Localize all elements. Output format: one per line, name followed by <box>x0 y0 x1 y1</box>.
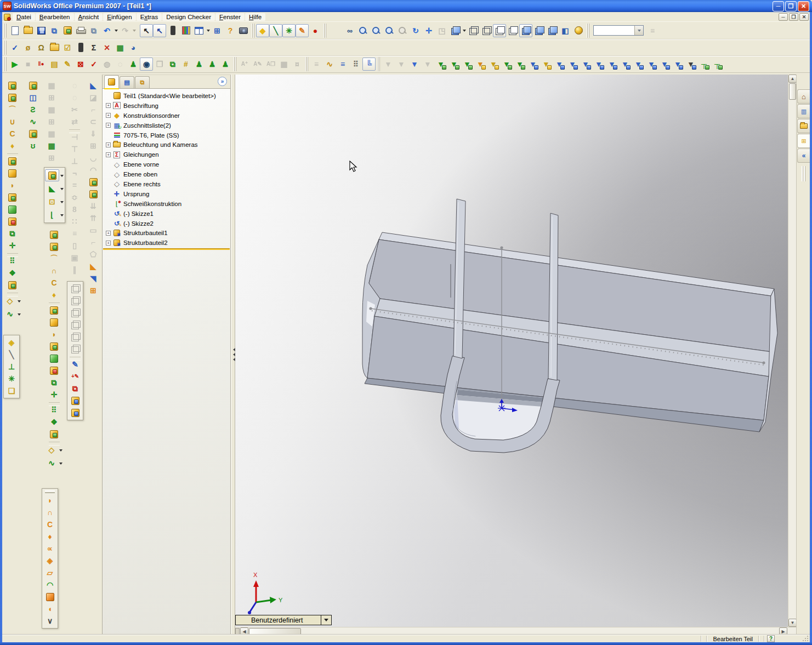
tab-propertymanager[interactable]: ▤ <box>120 76 134 88</box>
more-surfaces[interactable]: ∨ <box>43 615 57 627</box>
task-pane-grip[interactable] <box>802 166 805 181</box>
tab-file-explorer[interactable] <box>797 119 810 133</box>
copy-2[interactable]: ⧉ <box>48 376 61 389</box>
sm-tool-2[interactable]: ◪ <box>87 92 100 104</box>
text-style-a1[interactable]: A⁺ <box>238 58 251 71</box>
curves-dropdown[interactable] <box>16 307 21 321</box>
help[interactable]: ? <box>224 24 237 37</box>
clamp-tool[interactable]: # <box>179 58 192 71</box>
user-check-out[interactable]: ♟ <box>206 58 219 71</box>
make-assembly-from-part[interactable] <box>61 24 74 37</box>
filter-sketch-point[interactable]: ▼ <box>513 58 526 71</box>
tree-item-beschriftung[interactable]: +ABeschriftung <box>103 101 230 111</box>
tree-item-strukturbauteil2[interactable]: +▣Strukturbauteil2 <box>103 238 230 248</box>
revolve-2[interactable] <box>48 316 61 328</box>
extend-entities[interactable]: ⇄ <box>68 116 81 128</box>
tree-item--skizze1[interactable]: +↺✎(-) Skizze1 <box>103 209 230 219</box>
make-drawing-from-part[interactable]: ⧉ <box>48 24 61 37</box>
sm-grid[interactable]: ⊞ <box>87 284 100 296</box>
tree-item-beleuchtung-und-kameras[interactable]: +☼Beleuchtung und Kameras <box>103 140 230 150</box>
layer-color[interactable]: ∿ <box>323 58 336 71</box>
thicken[interactable]: ◖ <box>43 603 57 615</box>
sketch-loop[interactable]: ʊ <box>26 140 39 152</box>
view-orientation-combo[interactable]: Benutzerdefiniert <box>235 615 332 625</box>
user-check-in[interactable]: ♟ <box>192 58 206 71</box>
color-swatches[interactable] <box>179 24 192 37</box>
hinge-2[interactable]: ⌒ <box>48 253 61 265</box>
scroll-down-button[interactable]: ▼ <box>788 619 797 627</box>
chevron-down-icon[interactable] <box>321 615 331 625</box>
tab-configurationmanager[interactable]: ⧉ <box>135 76 150 88</box>
weld-bead[interactable]: ♦ <box>48 289 61 301</box>
relation-1[interactable]: ⊣ <box>68 131 81 143</box>
view-orientation-combo[interactable] <box>593 25 644 36</box>
circular-pattern[interactable]: ❖ <box>6 267 19 279</box>
filter-axis[interactable]: ▼ <box>474 58 487 71</box>
sheet-metal-bend[interactable]: ◣ <box>87 79 100 92</box>
graphics-viewport[interactable]: XYZ Benutzerdefiniert <box>235 75 788 627</box>
swept-surface[interactable]: C <box>43 518 57 530</box>
fill-surface[interactable]: ◠ <box>43 579 57 591</box>
equations[interactable]: Σ <box>87 41 100 54</box>
convert-entities[interactable] <box>68 395 82 407</box>
offset-surface[interactable]: ◈ <box>43 555 57 567</box>
filter-surface-finish[interactable]: ▼ <box>658 58 671 71</box>
sm-tool-5[interactable]: ⇓ <box>87 128 100 140</box>
filter-centerline[interactable]: ▼ <box>553 58 566 71</box>
edit-note[interactable]: ✎ <box>61 58 74 71</box>
relation-7[interactable]: 8 <box>68 203 81 215</box>
previous-view[interactable]: ◳ <box>435 24 448 37</box>
new-note[interactable]: ▤ <box>48 58 61 71</box>
filter-connection-2[interactable]: ┬ <box>711 58 724 71</box>
select[interactable]: ↖ <box>140 24 153 37</box>
mate-reference[interactable]: ❑ <box>4 385 19 397</box>
sketch-group[interactable]: ◣ <box>45 182 59 195</box>
menu-datei[interactable]: Datei <box>13 13 35 21</box>
move-feature[interactable]: ✛ <box>6 239 19 252</box>
mdi-restore-button[interactable]: ❐ <box>789 13 798 21</box>
tree-item--skizze2[interactable]: +↺✎(-) Skizze2 <box>103 219 230 229</box>
features-group-dropdown[interactable] <box>59 169 64 182</box>
zoom-to-selection[interactable]: ∞ <box>343 24 356 37</box>
mirror-2[interactable] <box>48 428 61 440</box>
extrude-2[interactable] <box>48 304 61 316</box>
filter-line[interactable]: ▼ <box>447 58 461 71</box>
plane-tool[interactable]: ◈ <box>4 336 19 349</box>
sm-tool-12[interactable]: ⇈ <box>87 212 100 224</box>
collapse-task-pane-button[interactable]: « <box>797 149 810 163</box>
filter-plane[interactable]: ▼ <box>487 58 500 71</box>
options-list[interactable]: ⊞ <box>211 24 224 37</box>
reference-geometry-2-dropdown[interactable] <box>58 443 63 456</box>
quick-tips-icon[interactable] <box>3 13 12 21</box>
tree-item-gleichungen[interactable]: +ΣGleichungen <box>103 150 230 159</box>
tab-featuremanager[interactable] <box>104 75 119 88</box>
check-entity[interactable]: ☑ <box>61 41 74 54</box>
sketch-group-dropdown[interactable] <box>59 182 64 195</box>
wireframe[interactable] <box>467 24 480 37</box>
undo-dropdown[interactable] <box>113 24 118 37</box>
relation-3[interactable]: ⊥ <box>68 155 81 167</box>
vertical-scrollbar[interactable]: ▲ ▼ <box>788 75 796 627</box>
trim-entities[interactable]: ✂ <box>68 104 81 116</box>
filter-weld-symbol[interactable]: ▼ <box>645 58 658 71</box>
sm-flatten-1[interactable]: ◣ <box>87 260 100 272</box>
import-diagnostics[interactable]: ◕ <box>127 41 140 54</box>
realview-graphics[interactable] <box>572 24 585 37</box>
reference-geometry-2[interactable]: ◇ <box>45 444 58 456</box>
line-format[interactable]: ≡ <box>336 58 349 71</box>
expand-panel-button[interactable]: » <box>218 77 227 86</box>
offset-entities[interactable] <box>68 407 82 419</box>
tree-item-konstruktionsordner[interactable]: +◆Konstruktionsordner <box>103 111 230 121</box>
print-preview[interactable]: ⧉ <box>87 24 100 37</box>
edit-sketch[interactable]: ✎ <box>296 24 309 37</box>
filter-center-mark[interactable]: ▼ <box>540 58 553 71</box>
user-take-ownership[interactable]: ♟ <box>219 58 232 71</box>
print[interactable] <box>74 24 87 37</box>
move-2[interactable]: ✛ <box>48 389 61 401</box>
design-table-3[interactable]: ▦ <box>45 104 58 116</box>
sketch-box-pair[interactable] <box>26 128 39 140</box>
extruded-surface[interactable]: ◗ <box>43 494 57 506</box>
zoom-to-area[interactable] <box>370 24 383 37</box>
linear-pattern[interactable]: ⠿ <box>6 255 19 267</box>
shaded-with-edges[interactable] <box>506 24 519 37</box>
